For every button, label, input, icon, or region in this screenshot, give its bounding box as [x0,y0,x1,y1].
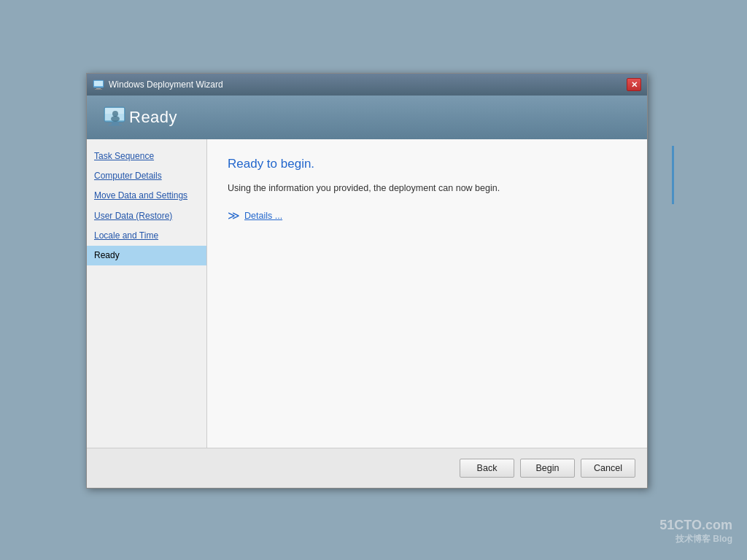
wizard-body: Task Sequence Computer Details Move Data… [87,139,647,448]
sidebar-item-locale-time[interactable]: Locale and Time [87,226,206,246]
sidebar-item-computer-details[interactable]: Computer Details [87,166,206,186]
wizard-main-content: Ready to begin. Using the information yo… [207,139,647,448]
back-button[interactable]: Back [460,459,514,478]
wizard-header-title: Ready [129,108,177,127]
svg-rect-1 [94,81,103,86]
watermark-line1: 51CTO.com [659,518,732,533]
header-monitor-icon [101,104,129,131]
wizard-sidebar: Task Sequence Computer Details Move Data… [87,139,207,448]
decorative-line [672,146,674,204]
watermark-line2: 技术博客 Blog [659,533,732,545]
wizard-footer: Back Begin Cancel [87,448,647,488]
wizard-window: Windows Deployment Wizard ✕ Ready Task S… [86,73,648,489]
content-description: Using the information you provided, the … [228,182,627,195]
sidebar-item-user-data[interactable]: User Data (Restore) [87,206,206,226]
close-button[interactable]: ✕ [627,78,641,91]
cancel-button[interactable]: Cancel [581,459,635,478]
wizard-icon [93,79,104,90]
svg-rect-7 [112,122,119,125]
details-chevron-icon: ≫ [228,210,240,222]
sidebar-item-ready[interactable]: Ready [87,246,206,265]
begin-button[interactable]: Begin [520,459,575,478]
wizard-header: Ready [87,96,647,139]
details-row: ≫ Details ... [228,210,627,222]
details-link[interactable]: Details ... [244,211,282,221]
title-bar-text: Windows Deployment Wizard [109,79,627,90]
svg-point-9 [112,111,118,117]
sidebar-item-task-sequence[interactable]: Task Sequence [87,147,206,166]
watermark: 51CTO.com 技术博客 Blog [659,518,732,545]
svg-point-10 [111,116,120,122]
title-bar: Windows Deployment Wizard ✕ [87,74,647,96]
content-heading: Ready to begin. [228,157,627,171]
sidebar-item-move-data[interactable]: Move Data and Settings [87,186,206,206]
svg-rect-3 [95,89,102,90]
svg-rect-8 [109,125,122,126]
